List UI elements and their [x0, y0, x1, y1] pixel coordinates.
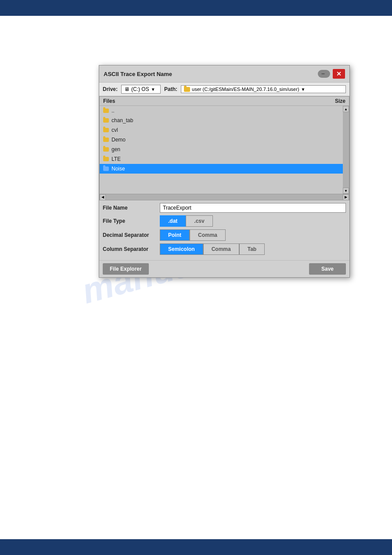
folder-icon: [103, 138, 109, 142]
file-list-item[interactable]: ..: [100, 106, 343, 116]
dialog-title: ASCII Trace Export Name: [104, 71, 172, 77]
drive-value: (C:) OS: [131, 86, 149, 92]
file-type-csv-button[interactable]: .csv: [186, 215, 212, 227]
files-list: ..chan_tabcvlDemogenLTENoise: [100, 106, 349, 194]
file-name-value: [160, 203, 346, 213]
files-column-header: Files: [103, 98, 115, 104]
column-separator-row: Column Separator Semicolon Comma Tab: [103, 243, 346, 255]
file-item-name: LTE: [111, 156, 121, 162]
minimize-button[interactable]: [318, 70, 330, 78]
path-text: user (C:/gitESMain/ES-MAIN_20.7.16.0_sim…: [192, 87, 299, 92]
file-list-item[interactable]: chan_tab: [100, 116, 343, 125]
folder-icon: [103, 128, 109, 132]
file-name-label: File Name: [103, 205, 160, 211]
file-item-name: Demo: [111, 137, 126, 143]
decimal-separator-row: Decimal Separator Point Comma: [103, 229, 346, 241]
column-separator-buttons: Semicolon Comma Tab: [160, 243, 346, 255]
folder-icon: [103, 147, 109, 152]
file-item-name: cvl: [111, 127, 118, 133]
file-type-label: File Type: [103, 218, 160, 224]
decimal-comma-button[interactable]: Comma: [190, 229, 226, 241]
drive-label: Drive:: [103, 86, 118, 92]
file-type-row: File Type .dat .csv: [103, 215, 346, 227]
dialog-footer: File Explorer Save: [99, 260, 349, 277]
file-item-name: Noise: [111, 166, 125, 172]
column-comma-button[interactable]: Comma: [203, 243, 239, 255]
file-name-input[interactable]: [160, 203, 346, 213]
form-area: File Name File Type .dat .csv Decimal Se…: [99, 200, 349, 260]
file-explorer-button[interactable]: File Explorer: [103, 263, 149, 275]
size-column-header: Size: [335, 98, 345, 104]
scroll-down-arrow[interactable]: ▼: [343, 188, 349, 194]
file-list-item[interactable]: gen: [100, 145, 343, 154]
scroll-right-arrow[interactable]: ▶: [343, 194, 349, 200]
folder-icon: [103, 157, 109, 161]
title-bar-controls: ✕: [318, 69, 345, 79]
close-button[interactable]: ✕: [333, 69, 345, 79]
scroll-track: [106, 194, 343, 200]
file-name-row: File Name: [103, 203, 346, 213]
file-type-dat-button[interactable]: .dat: [160, 215, 186, 227]
top-bar: [0, 0, 392, 16]
decimal-separator-label: Decimal Separator: [103, 232, 160, 238]
file-list-item[interactable]: cvl: [100, 125, 343, 135]
column-tab-button[interactable]: Tab: [239, 243, 265, 255]
path-folder-icon: [184, 87, 190, 92]
folder-icon: [103, 109, 109, 113]
file-list-item[interactable]: Noise: [100, 164, 343, 174]
column-semicolon-button[interactable]: Semicolon: [160, 243, 203, 255]
folder-icon: [103, 167, 109, 171]
files-area: Files Size ..chan_tabcvlDemogenLTENoise …: [99, 96, 349, 200]
file-item-name: gen: [111, 146, 120, 152]
path-label: Path:: [164, 86, 177, 92]
svg-rect-0: [321, 73, 325, 74]
horizontal-scrollbar[interactable]: ◀ ▶: [100, 194, 349, 200]
drive-path-row: Drive: 🖥 (C:) OS ▼ Path: user (C:/gitESM…: [99, 83, 349, 96]
save-button[interactable]: Save: [309, 263, 346, 275]
folder-icon: [103, 118, 109, 123]
ascii-trace-export-dialog: ASCII Trace Export Name ✕ Drive: 🖥 (C:) …: [99, 65, 350, 278]
file-type-buttons: .dat .csv: [160, 215, 346, 227]
drive-icon: 🖥: [124, 86, 129, 92]
path-value[interactable]: user (C:/gitESMain/ES-MAIN_20.7.16.0_sim…: [181, 85, 346, 93]
decimal-separator-buttons: Point Comma: [160, 229, 346, 241]
scroll-up-arrow[interactable]: ▲: [343, 106, 349, 112]
path-dropdown-arrow: ▼: [301, 87, 306, 92]
scroll-left-arrow[interactable]: ◀: [100, 194, 106, 200]
drive-select[interactable]: 🖥 (C:) OS ▼: [121, 85, 161, 94]
title-bar: ASCII Trace Export Name ✕: [99, 65, 349, 83]
drive-dropdown-arrow: ▼: [151, 87, 155, 92]
decimal-point-button[interactable]: Point: [160, 229, 190, 241]
file-item-name: chan_tab: [111, 117, 133, 123]
column-separator-label: Column Separator: [103, 246, 160, 252]
file-item-name: ..: [111, 108, 115, 114]
file-list-item[interactable]: LTE: [100, 154, 343, 164]
vertical-scrollbar[interactable]: ▲ ▼: [343, 106, 349, 194]
files-header: Files Size: [100, 97, 349, 106]
bottom-bar: [0, 539, 392, 555]
file-list-item[interactable]: Demo: [100, 135, 343, 145]
